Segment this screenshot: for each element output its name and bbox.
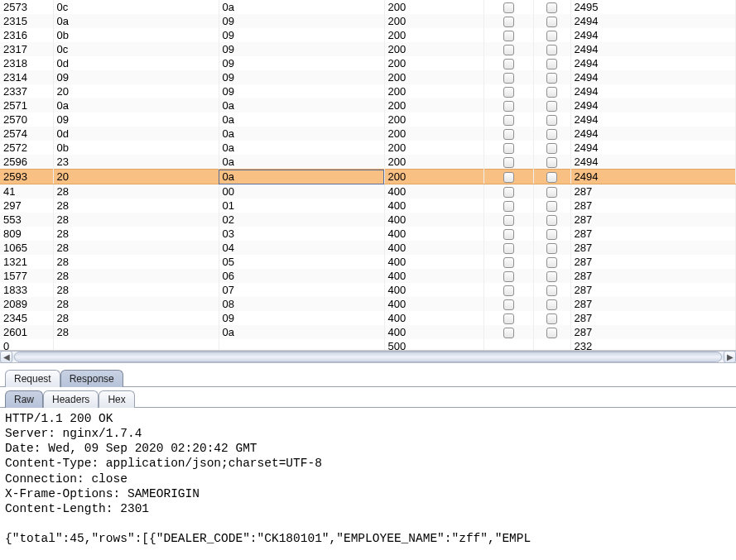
table-row[interactable]: 13212805400287 xyxy=(0,255,736,269)
checkbox-icon[interactable] xyxy=(503,215,514,226)
checkbox-icon[interactable] xyxy=(546,45,557,55)
table-row[interactable]: 20892808400287 xyxy=(0,297,736,311)
scroll-track[interactable] xyxy=(14,352,722,362)
table-row[interactable]: 5532802400287 xyxy=(0,213,736,227)
checkbox-icon[interactable] xyxy=(503,229,514,240)
checkbox-icon[interactable] xyxy=(546,328,557,338)
checkbox-icon[interactable] xyxy=(503,257,514,268)
cell-status: 400 xyxy=(384,311,483,325)
checkbox-icon[interactable] xyxy=(503,87,514,98)
checkbox-icon[interactable] xyxy=(546,314,557,324)
table-row[interactable]: 231409092002494 xyxy=(0,70,736,84)
table-row[interactable]: 0500232 xyxy=(0,339,736,351)
checkbox-icon[interactable] xyxy=(546,285,557,296)
checkbox-icon[interactable] xyxy=(503,285,514,296)
cell-payload2: 09 xyxy=(219,14,384,28)
cell-request-index: 2317 xyxy=(0,42,53,56)
table-row[interactable]: 23150a092002494 xyxy=(0,14,736,28)
checkbox-icon[interactable] xyxy=(546,229,557,240)
checkbox-icon[interactable] xyxy=(503,73,514,84)
table-row[interactable]: 10652804400287 xyxy=(0,241,736,255)
checkbox-icon[interactable] xyxy=(503,143,514,154)
response-view-tabbar: Raw Headers Hex xyxy=(0,387,736,408)
table-row[interactable]: 8092803400287 xyxy=(0,227,736,241)
checkbox-icon[interactable] xyxy=(546,115,557,126)
checkbox-icon[interactable] xyxy=(503,129,514,140)
checkbox-icon[interactable] xyxy=(546,187,557,198)
cell-request-index: 2574 xyxy=(0,127,53,141)
checkbox-icon[interactable] xyxy=(503,271,514,282)
checkbox-icon[interactable] xyxy=(503,299,514,310)
cell-payload2: 00 xyxy=(219,184,384,199)
checkbox-icon[interactable] xyxy=(503,172,514,183)
checkbox-icon[interactable] xyxy=(503,59,514,69)
cell-payload1: 20 xyxy=(53,84,219,98)
checkbox-icon[interactable] xyxy=(503,17,514,27)
table-row[interactable]: 25720b0a2002494 xyxy=(0,141,736,155)
cell-request-index: 1833 xyxy=(0,283,53,297)
checkbox-icon[interactable] xyxy=(503,314,514,324)
tab-headers[interactable]: Headers xyxy=(43,390,99,408)
table-row[interactable]: 15772806400287 xyxy=(0,269,736,283)
checkbox-icon[interactable] xyxy=(503,187,514,198)
table-row[interactable]: 233720092002494 xyxy=(0,84,736,98)
checkbox-icon[interactable] xyxy=(546,101,557,112)
cell-payload2: 08 xyxy=(219,297,384,311)
table-row[interactable]: 18332807400287 xyxy=(0,283,736,297)
cell-length: 232 xyxy=(570,339,736,351)
checkbox-icon[interactable] xyxy=(546,271,557,282)
checkbox-icon[interactable] xyxy=(503,101,514,112)
tab-raw[interactable]: Raw xyxy=(5,390,43,408)
tab-response[interactable]: Response xyxy=(60,370,123,387)
tab-hex[interactable]: Hex xyxy=(99,390,134,408)
checkbox-icon[interactable] xyxy=(546,215,557,226)
checkbox-icon[interactable] xyxy=(546,299,557,310)
cell-payload2: 0a xyxy=(219,325,384,339)
checkbox-icon[interactable] xyxy=(503,243,514,254)
checkbox-icon[interactable] xyxy=(503,157,514,168)
checkbox-icon[interactable] xyxy=(546,129,557,140)
cell-status: 400 xyxy=(384,227,483,241)
table-row[interactable]: 25710a0a2002494 xyxy=(0,98,736,112)
cell-status: 200 xyxy=(384,42,483,56)
cell-length: 287 xyxy=(570,269,736,283)
table-row[interactable]: 25740d0a2002494 xyxy=(0,127,736,141)
checkbox-icon[interactable] xyxy=(546,87,557,98)
tab-request[interactable]: Request xyxy=(5,370,60,387)
checkbox-icon[interactable] xyxy=(546,2,557,13)
checkbox-icon[interactable] xyxy=(546,157,557,168)
checkbox-icon[interactable] xyxy=(546,172,557,183)
cell-payload2 xyxy=(219,339,384,351)
response-raw-text[interactable]: HTTP/1.1 200 OK Server: nginx/1.7.4 Date… xyxy=(0,408,736,551)
table-row[interactable]: 2593200a2002494 xyxy=(0,170,736,184)
checkbox-icon[interactable] xyxy=(546,257,557,268)
table-row[interactable]: 2596230a2002494 xyxy=(0,155,736,170)
table-row[interactable]: 25730c0a2002495 xyxy=(0,0,736,14)
cell-length: 287 xyxy=(570,297,736,311)
cell-request-index: 2315 xyxy=(0,14,53,28)
table-row[interactable]: 2570090a2002494 xyxy=(0,112,736,127)
checkbox-icon[interactable] xyxy=(503,31,514,41)
checkbox-icon[interactable] xyxy=(546,201,557,212)
checkbox-icon[interactable] xyxy=(546,59,557,69)
table-row[interactable]: 23452809400287 xyxy=(0,311,736,325)
table-row[interactable]: 2972801400287 xyxy=(0,199,736,213)
checkbox-icon[interactable] xyxy=(503,115,514,126)
checkbox-icon[interactable] xyxy=(546,73,557,84)
table-horizontal-scrollbar[interactable]: ◀ ▶ xyxy=(0,351,736,363)
checkbox-icon[interactable] xyxy=(546,243,557,254)
scroll-right-arrow[interactable]: ▶ xyxy=(724,351,736,363)
checkbox-icon[interactable] xyxy=(503,2,514,13)
scroll-left-arrow[interactable]: ◀ xyxy=(0,351,12,363)
checkbox-icon[interactable] xyxy=(546,143,557,154)
table-row[interactable]: 23160b092002494 xyxy=(0,28,736,42)
table-row[interactable]: 23170c092002494 xyxy=(0,42,736,56)
checkbox-icon[interactable] xyxy=(546,31,557,41)
table-row[interactable]: 23180d092002494 xyxy=(0,56,736,70)
checkbox-icon[interactable] xyxy=(546,17,557,27)
checkbox-icon[interactable] xyxy=(503,201,514,212)
checkbox-icon[interactable] xyxy=(503,45,514,55)
table-row[interactable]: 412800400287 xyxy=(0,184,736,199)
checkbox-icon[interactable] xyxy=(503,328,514,338)
table-row[interactable]: 2601280a400287 xyxy=(0,325,736,339)
